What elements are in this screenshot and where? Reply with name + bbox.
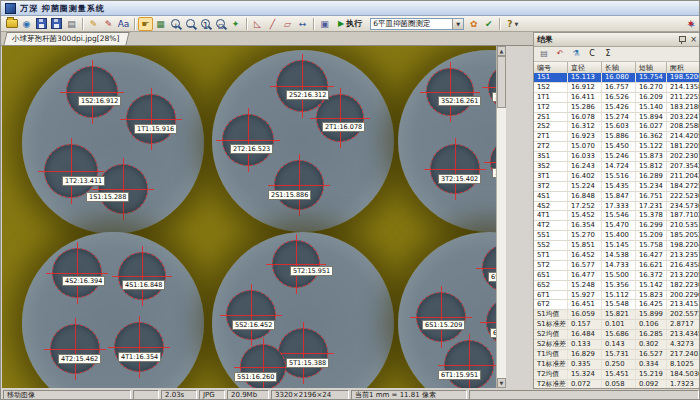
region-select-icon: ▦ bbox=[156, 18, 165, 30]
inhibition-zone[interactable] bbox=[416, 292, 466, 342]
open-image-button[interactable] bbox=[4, 17, 19, 31]
scroll-down-icon[interactable]: ▼ bbox=[497, 378, 506, 388]
flask-sample-button[interactable]: ⚗ bbox=[568, 47, 584, 61]
inhibition-zone[interactable] bbox=[316, 94, 364, 142]
close-panel-icon[interactable]: × bbox=[690, 36, 697, 44]
method-select[interactable]: 6平皿抑菌圈测定▼ bbox=[370, 18, 464, 30]
run-button[interactable]: ▶执行 bbox=[334, 16, 366, 32]
inhibition-zone[interactable] bbox=[114, 322, 164, 372]
preview-monitor-button[interactable]: ▣ bbox=[317, 17, 332, 31]
scroll-thumb[interactable] bbox=[497, 56, 506, 108]
table-row[interactable]: 2T215.07015.45015.122181.2205 bbox=[534, 142, 700, 152]
table-row[interactable]: 1T215.28615.42615.140183.2180 bbox=[534, 103, 700, 113]
table-row[interactable]: 3T215.22415.43515.234184.2725 bbox=[534, 182, 700, 192]
text-label-button[interactable]: Aa bbox=[116, 17, 131, 31]
method-params-button[interactable]: ✿ bbox=[466, 17, 481, 31]
pan-hand-button[interactable]: ☛ bbox=[138, 17, 153, 31]
table-cell: 2S2 bbox=[534, 122, 568, 131]
table-row[interactable]: 3S116.03315.24615.873202.2301 bbox=[534, 152, 700, 162]
table-row[interactable]: S2均值16.48415.68616.285213.4345 bbox=[534, 330, 700, 340]
crosshair-icon bbox=[142, 246, 143, 306]
calibrate-link-button[interactable]: ↔ bbox=[295, 17, 310, 31]
measure-angle-button[interactable]: ◺ bbox=[250, 17, 265, 31]
image-canvas[interactable]: 1S2:16.9121T1:15.9161T2:13.4111S1:15.288… bbox=[2, 46, 496, 388]
table-row[interactable]: T1均值16.82915.73116.527217.2403 bbox=[534, 350, 700, 360]
crosshair-icon bbox=[151, 88, 152, 150]
table-row[interactable]: 2T116.92315.88616.362214.4205 bbox=[534, 132, 700, 142]
table-row[interactable]: T1标准差0.3350.2500.3348.1025 bbox=[534, 360, 700, 370]
table-row[interactable]: 5S215.85115.14515.758198.2204 bbox=[534, 241, 700, 251]
column-header-3[interactable]: 短轴 bbox=[636, 62, 667, 73]
zoom-out-button[interactable]: − bbox=[183, 17, 198, 31]
inhibition-zone[interactable] bbox=[118, 252, 166, 300]
table-row[interactable]: 4T216.35415.47016.299210.5353 bbox=[534, 221, 700, 231]
inhibition-zone[interactable] bbox=[426, 68, 474, 116]
inhibition-zone[interactable] bbox=[482, 244, 496, 292]
table-row[interactable]: 1T116.41116.52616.209211.2255 bbox=[534, 93, 700, 103]
table-row[interactable]: 5T116.45214.53816.427213.2357 bbox=[534, 251, 700, 261]
zoom-fit-button[interactable]: ▫ bbox=[213, 17, 228, 31]
table-row[interactable]: 2S116.07815.27415.894203.2247 bbox=[534, 113, 700, 123]
save-button[interactable] bbox=[34, 17, 49, 31]
table-row[interactable]: 5S115.27015.40015.209185.2052 bbox=[534, 231, 700, 241]
inhibition-zone[interactable] bbox=[430, 144, 480, 194]
zoom-in-button[interactable]: + bbox=[168, 17, 183, 31]
inhibition-zone[interactable] bbox=[98, 164, 148, 214]
chevron-down-icon[interactable]: ▼ bbox=[452, 19, 463, 29]
canvas-vertical-scrollbar[interactable]: ▲ ▼ bbox=[496, 46, 506, 388]
table-row[interactable]: 4S116.84815.84716.751222.5230 bbox=[534, 192, 700, 202]
inhibition-zone[interactable] bbox=[52, 248, 102, 298]
table-row[interactable]: 1S115.11316.08015.754198.5206 bbox=[534, 73, 700, 83]
region-select-button[interactable]: ▦ bbox=[153, 17, 168, 31]
inhibition-zone[interactable] bbox=[222, 114, 274, 166]
inhibition-zone[interactable] bbox=[126, 94, 176, 144]
pin-icon[interactable] bbox=[678, 36, 685, 43]
table-row[interactable]: S2标准差0.1330.1430.3024.3273 bbox=[534, 340, 700, 350]
table-row[interactable]: S1均值16.05915.82115.899202.5571 bbox=[534, 310, 700, 320]
inhibition-zone[interactable] bbox=[44, 144, 98, 198]
table-row[interactable]: T2标准差0.0720.0580.0921.7323 bbox=[534, 380, 700, 388]
table-row[interactable]: T2均值15.32415.45115.219184.5030 bbox=[534, 370, 700, 380]
inhibition-zone[interactable] bbox=[226, 290, 276, 340]
scroll-up-icon[interactable]: ▲ bbox=[497, 46, 506, 56]
pencil-edit-button[interactable]: ✎ bbox=[86, 17, 101, 31]
table-row[interactable]: 6T115.92715.11215.823200.2290 bbox=[534, 291, 700, 301]
sum-statistics-button[interactable]: Σ bbox=[600, 47, 616, 61]
table-row[interactable]: S1标准差0.1570.1010.1062.8717 bbox=[534, 320, 700, 330]
table-row[interactable]: 2S216.31215.60316.027208.2588 bbox=[534, 122, 700, 132]
inhibition-zone[interactable] bbox=[66, 66, 118, 118]
zoom-actual-button[interactable]: 1 bbox=[198, 17, 213, 31]
inhibition-zone[interactable] bbox=[50, 324, 100, 374]
save-all-button[interactable] bbox=[49, 17, 64, 31]
image-tab[interactable]: 小球芽孢杆菌300dpi.jpg[28%] bbox=[3, 32, 130, 45]
help-button[interactable]: ?▼ bbox=[503, 16, 522, 31]
pen-draw-button[interactable]: ✎ bbox=[101, 17, 116, 31]
table-row[interactable]: 3S216.24314.72415.812207.3542 bbox=[534, 162, 700, 172]
inhibition-zone[interactable] bbox=[272, 240, 320, 288]
table-row[interactable]: 1S216.91216.75716.270214.1358 bbox=[534, 83, 700, 93]
measure-line-button[interactable]: ╱ bbox=[265, 17, 280, 31]
export-results-button[interactable]: ▤ bbox=[536, 47, 552, 61]
table-row[interactable]: 6S215.24815.35615.142182.2230 bbox=[534, 281, 700, 291]
table-row[interactable]: 6T216.45115.54816.425213.4153 bbox=[534, 300, 700, 310]
clear-results-button[interactable]: C bbox=[584, 47, 600, 61]
column-header-4[interactable]: 面积 bbox=[667, 62, 700, 73]
table-row[interactable]: 4T115.45215.54615.378187.7102 bbox=[534, 211, 700, 221]
inhibition-zone[interactable] bbox=[274, 160, 324, 210]
print-button[interactable]: ▤ bbox=[64, 17, 79, 31]
color-pick-button[interactable]: ✦ bbox=[228, 17, 243, 31]
column-header-2[interactable]: 长轴 bbox=[602, 62, 636, 73]
table-row[interactable]: 3T116.40215.51616.289211.2042 bbox=[534, 172, 700, 182]
confirm-button[interactable]: ✔ bbox=[481, 17, 496, 31]
column-header-0[interactable]: 编号 bbox=[534, 62, 568, 73]
undo-remove-button[interactable]: ↶ bbox=[552, 47, 568, 61]
table-row[interactable]: 5T216.57714.73316.621216.4358 bbox=[534, 261, 700, 271]
inhibition-zone[interactable] bbox=[486, 298, 496, 346]
table-row[interactable]: 6S116.47715.50016.372213.2205 bbox=[534, 271, 700, 281]
inhibition-zone[interactable] bbox=[444, 340, 494, 388]
table-row[interactable]: 4S217.25217.33317.231234.5730 bbox=[534, 202, 700, 212]
column-header-1[interactable]: 直径 bbox=[568, 62, 602, 73]
inhibition-zone[interactable] bbox=[488, 64, 496, 110]
measure-area-button[interactable]: ▱ bbox=[280, 17, 295, 31]
camera-acquire-button[interactable]: ◉ bbox=[19, 17, 34, 31]
